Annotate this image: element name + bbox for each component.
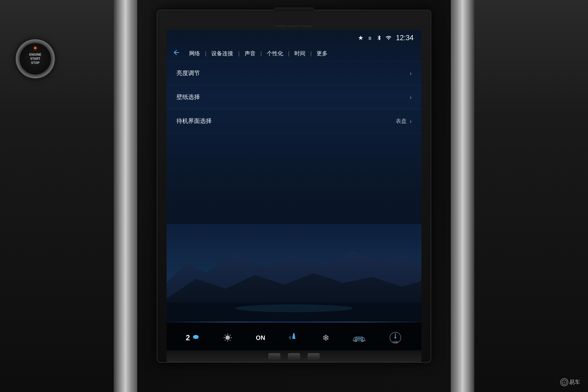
- temp-gauge-icon: TEMP: [388, 332, 402, 344]
- bluetooth-icon: [376, 35, 382, 41]
- time-display: 12:34: [396, 34, 414, 42]
- climate-airflow[interactable]: [288, 333, 300, 343]
- fan-number: 2: [186, 334, 190, 342]
- svg-text:e: e: [564, 381, 565, 384]
- screen-bezel: ★ B 12:34: [157, 10, 431, 362]
- bezel-button-2: [288, 353, 300, 359]
- nav-separator-1: |: [205, 50, 206, 57]
- bluetooth-icon: ★: [358, 34, 364, 42]
- bezel-button-1: [268, 353, 280, 359]
- standby-chevron: ›: [410, 118, 412, 124]
- climate-rear-defrost[interactable]: [352, 333, 366, 343]
- status-bar: ★ B 12:34: [166, 30, 422, 46]
- fan-icon: [192, 334, 200, 342]
- rear-defrost-icon: [352, 333, 366, 343]
- brightness-label: 亮度调节: [176, 69, 200, 77]
- nav-item-network[interactable]: 网络: [184, 50, 205, 57]
- climate-ac-mode[interactable]: [222, 334, 233, 342]
- nav-separator-4: |: [288, 50, 290, 57]
- settings-item-brightness[interactable]: 亮度调节 ›: [166, 61, 422, 85]
- top-vent-1: [276, 25, 287, 27]
- nav-separator-2: |: [238, 50, 240, 57]
- nav-item-device[interactable]: 设备连接: [206, 50, 238, 57]
- ac-mode-icon: [222, 334, 233, 342]
- fan-level-display: 2: [186, 334, 200, 342]
- climate-bar: 2 ON: [166, 322, 422, 354]
- wallpaper-right: ›: [410, 94, 412, 100]
- right-chrome-trim: [451, 0, 474, 392]
- snowflake-icon: ❄: [322, 333, 330, 343]
- engine-start-button[interactable]: ENGINE START STOP: [16, 39, 55, 78]
- brightness-chevron: ›: [410, 70, 412, 77]
- settings-list: 亮度调节 › 壁纸选择 › 待机界面选择 表盘: [166, 61, 422, 133]
- status-icons: ★ B: [358, 34, 392, 42]
- climate-fan-level: 2: [186, 334, 200, 342]
- top-vent-3: [301, 25, 312, 27]
- watermark: e 易车: [560, 378, 580, 386]
- engine-indicator-light: [34, 47, 36, 49]
- wifi-icon: [385, 35, 392, 41]
- climate-temperature[interactable]: TEMP: [388, 332, 402, 344]
- standby-value: 表盘: [396, 118, 407, 125]
- wallpaper-chevron: ›: [410, 94, 412, 100]
- svg-text:B: B: [368, 36, 372, 41]
- svg-text:TEMP: TEMP: [392, 341, 398, 343]
- airflow-icon: [288, 333, 300, 343]
- nav-menu: 网络 | 设备连接 | 声音 | 个性化 | 时间 | 更多: [166, 46, 422, 61]
- car-interior: ENGINE START STOP: [0, 0, 588, 392]
- main-screen: ★ B 12:34: [166, 30, 422, 354]
- screen-top-bar: [166, 22, 422, 30]
- bottom-bezel: [166, 350, 422, 362]
- engine-button-text: ENGINE START STOP: [29, 53, 41, 65]
- wallpaper-label: 壁纸选择: [176, 93, 200, 101]
- climate-on-button[interactable]: ON: [256, 334, 265, 342]
- right-panel: [451, 0, 588, 392]
- settings-item-wallpaper[interactable]: 壁纸选择 ›: [166, 85, 422, 109]
- svg-point-11: [394, 337, 396, 338]
- svg-point-2: [235, 304, 353, 312]
- settings-item-standby[interactable]: 待机界面选择 表盘 ›: [166, 109, 422, 133]
- bezel-button-3: [308, 353, 320, 359]
- standby-right: 表盘 ›: [396, 118, 412, 125]
- nav-separator-5: |: [310, 50, 312, 57]
- left-chrome-trim: [114, 0, 137, 392]
- nav-item-sound[interactable]: 声音: [240, 50, 260, 57]
- svg-point-4: [293, 333, 294, 335]
- nav-item-more[interactable]: 更多: [312, 50, 332, 57]
- climate-snowflake[interactable]: ❄: [322, 333, 330, 343]
- nav-item-personalize[interactable]: 个性化: [262, 50, 288, 57]
- screen-landscape: [166, 224, 422, 322]
- standby-label: 待机界面选择: [176, 117, 212, 125]
- ac-on-label: ON: [256, 334, 265, 342]
- left-panel: ENGINE START STOP: [0, 0, 137, 392]
- nav-separator-3: |: [260, 50, 262, 57]
- bluetooth-symbol-icon: B: [366, 35, 374, 41]
- back-button[interactable]: [172, 48, 180, 58]
- top-vent-2: [288, 25, 300, 27]
- engine-start-area: ENGINE START STOP: [16, 39, 70, 94]
- watermark-text: 易车: [569, 378, 580, 386]
- watermark-logo: e: [560, 378, 568, 386]
- brightness-right: ›: [410, 70, 412, 77]
- nav-item-time[interactable]: 时间: [290, 50, 310, 57]
